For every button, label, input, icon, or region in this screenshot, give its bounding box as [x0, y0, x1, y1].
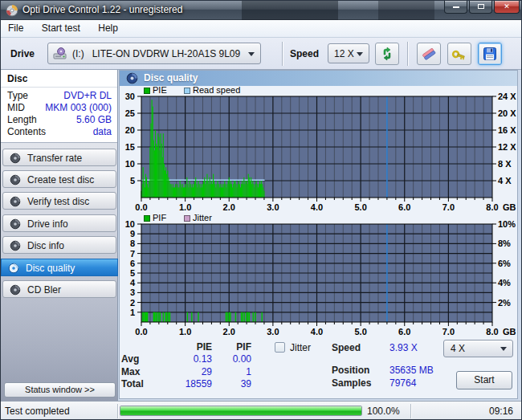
y-axis-right-tick: 4 X	[498, 177, 512, 186]
sidebar-item-cd-bler[interactable]: CD Bler	[2, 280, 116, 298]
sidebar-item-label: Transfer rate	[27, 153, 82, 164]
sidebar-item-label: CD Bler	[27, 284, 61, 296]
start-button[interactable]: Start	[456, 371, 512, 389]
x-axis-tick: 3.0	[261, 328, 285, 336]
sidebar-item-transfer-rate[interactable]: Transfer rate	[2, 149, 116, 166]
disc-info-panel: Disc TypeDVD+R DL MIDMKM 003 (000) Lengt…	[1, 70, 117, 143]
maximize-button[interactable]	[469, 1, 492, 14]
disc-icon	[10, 196, 21, 207]
menu-file[interactable]: File	[1, 20, 31, 36]
toolbar-divider	[407, 42, 408, 66]
sidebar-item-label: Verify test disc	[27, 196, 89, 207]
disc-panel-title: Disc	[7, 73, 27, 84]
y-axis-left-tick: 5	[114, 269, 135, 278]
write-speed-select[interactable]: 4 X	[443, 340, 513, 357]
disc-icon	[10, 153, 21, 164]
disc-type-label: Type	[7, 90, 28, 101]
disc-quality-icon	[126, 72, 138, 84]
chevron-down-icon	[500, 347, 507, 351]
legend-swatch	[144, 88, 150, 94]
stats-total-label: Total	[121, 378, 144, 389]
jitter-checkbox-label: Jitter	[290, 342, 311, 353]
x-axis-tick: 6.0	[393, 328, 417, 336]
main-header: Disc quality	[120, 71, 517, 86]
sidebar-item-label: Disc info	[27, 240, 64, 251]
disc-icon	[10, 284, 21, 296]
disc-length-label: Length	[7, 114, 37, 125]
glass-reflection	[242, 1, 338, 20]
speed-stat-label: Speed	[332, 342, 361, 353]
y-axis-right-tick: 20 X	[498, 109, 516, 118]
minimize-button[interactable]	[444, 1, 467, 14]
legend-read-speed: Read speed	[184, 86, 240, 94]
title-bar[interactable]: Opti Drive Control 1.22 - unregistered ✕	[1, 1, 522, 20]
x-axis-tick: 5.0	[349, 203, 373, 212]
y-axis-right-tick: 8%	[498, 239, 511, 248]
stats-total-pie: 18559	[173, 378, 212, 389]
progress-bar-fill	[120, 406, 361, 415]
disc-icon	[10, 240, 21, 251]
y-axis-right-tick: 4%	[498, 279, 511, 287]
y-axis-left-tick: 10	[114, 220, 135, 229]
speed-stat-value: 3.93 X	[389, 342, 418, 353]
toolbar: Drive (I:) LITE-ON DVDRW LH-20A1S 9L09 S…	[1, 38, 522, 70]
stats-col-pif: PIF	[218, 341, 251, 353]
jitter-checkbox[interactable]	[275, 342, 285, 353]
x-axis-tick: 4.0	[305, 328, 329, 336]
y-axis-left-tick: 6	[114, 259, 135, 268]
sidebar-item-disc-quality[interactable]: Disc quality	[1, 259, 118, 276]
drive-label: Drive	[10, 48, 35, 59]
legend-pie: PIE	[144, 86, 167, 94]
x-axis-tick: 8.0	[480, 203, 504, 212]
glass-reflection	[378, 1, 434, 20]
drive-select[interactable]: (I:) LITE-ON DVDRW LH-20A1S 9L09	[47, 43, 261, 64]
refresh-button[interactable]	[375, 43, 399, 65]
menu-bar: File Start test Help	[1, 20, 522, 38]
window-title: Opti Drive Control 1.22 - unregistered	[22, 4, 182, 15]
save-floppy-icon	[483, 47, 497, 61]
toolbar-divider	[282, 42, 283, 66]
pif-jitter-chart	[137, 223, 497, 328]
drive-icon	[53, 47, 67, 60]
register-button[interactable]	[447, 43, 471, 65]
speed-select[interactable]: 12 X	[328, 43, 369, 63]
save-button[interactable]	[478, 43, 502, 65]
sidebar: Disc TypeDVD+R DL MIDMKM 003 (000) Lengt…	[1, 70, 118, 401]
sidebar-item-drive-info[interactable]: Drive info	[2, 214, 116, 232]
stats-avg-label: Avg	[121, 353, 139, 365]
divider	[410, 404, 411, 418]
menu-help[interactable]: Help	[91, 20, 125, 36]
menu-start-test[interactable]: Start test	[35, 20, 88, 36]
stats-max-pif: 1	[218, 366, 251, 377]
x-axis-tick: 7.0	[436, 328, 460, 336]
close-button[interactable]: ✕	[494, 1, 520, 14]
sidebar-item-disc-info[interactable]: Disc info	[2, 236, 116, 254]
disc-length-value: 5.60 GB	[76, 114, 112, 125]
y-axis-left-tick: 7	[114, 250, 135, 259]
sidebar-item-create-test-disc[interactable]: Create test disc	[2, 170, 116, 188]
disc-icon	[8, 263, 19, 274]
disc-contents-value: data	[93, 126, 112, 137]
disc-icon	[10, 174, 21, 186]
y-axis-left-tick: 10	[114, 160, 135, 169]
y-axis-left-tick: 30	[114, 92, 135, 101]
sidebar-item-verify-test-disc[interactable]: Verify test disc	[2, 192, 116, 210]
position-stat-label: Position	[332, 365, 369, 376]
y-axis-left-tick: 20	[114, 126, 135, 135]
erase-disc-button[interactable]	[417, 43, 441, 65]
chevron-down-icon	[248, 52, 255, 56]
stats-max-label: Max	[121, 366, 140, 377]
y-axis-left-tick: 15	[114, 143, 135, 152]
pie-read-speed-chart	[137, 96, 497, 203]
disc-type-value: DVD+R DL	[63, 90, 112, 101]
disc-mid-label: MID	[7, 102, 25, 113]
legend-swatch	[184, 88, 190, 94]
x-axis-tick: 4.0	[305, 203, 329, 212]
divider	[1, 87, 117, 88]
status-window-button[interactable]: Status window >>	[4, 382, 116, 398]
x-axis-tick: 3.0	[261, 203, 285, 212]
sidebar-item-label: Drive info	[27, 218, 68, 230]
x-axis-tick: 2.0	[217, 328, 241, 336]
eraser-icon	[421, 46, 437, 62]
y-axis-right-tick: 2%	[498, 299, 511, 308]
